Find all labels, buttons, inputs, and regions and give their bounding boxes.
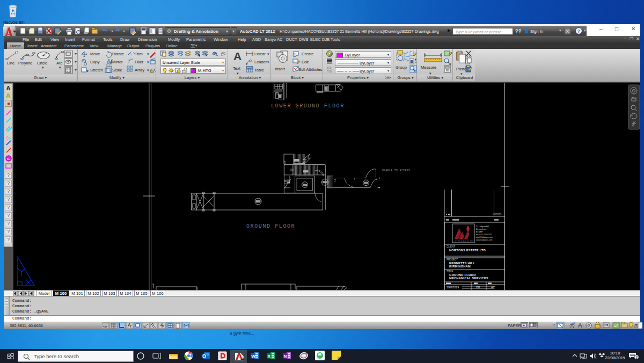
svg-text:BIRMINGHAM: BIRMINGHAM (449, 265, 471, 268)
svg-text:tel 0121 233 4733: tel 0121 233 4733 (476, 234, 492, 236)
svg-text:29/8/2019: 29/8/2019 (447, 286, 459, 289)
svg-text:Birmingham: Birmingham (476, 228, 486, 230)
svg-text:PROJECT: PROJECT (447, 258, 458, 261)
svg-text:X: X (268, 354, 271, 359)
svg-text:CLIENT: CLIENT (447, 245, 455, 248)
svg-text:SU: SU (7, 157, 11, 161)
svg-text:info@halligans.com: info@halligans.com (476, 236, 493, 238)
svg-text:TITLE: TITLE (447, 270, 453, 273)
svg-text:N: N (284, 354, 287, 359)
svg-text:DB: DB (476, 286, 480, 289)
svg-text:www.halligans.com: www.halligans.com (476, 239, 493, 241)
svg-text:B3 1EH: B3 1EH (476, 231, 483, 233)
svg-text:000000: 000000 (493, 213, 502, 216)
svg-text:UNABLE TO ACCESS: UNABLE TO ACCESS (382, 169, 410, 172)
svg-text:W: W (251, 354, 255, 359)
svg-text:2: 2 (635, 355, 638, 359)
svg-text:8: 8 (411, 59, 413, 64)
svg-text:HALLIGAN: HALLIGAN (455, 239, 475, 242)
svg-text:GROUND FLOOR: GROUND FLOOR (246, 223, 295, 229)
svg-text:HORTONS ESTATE LTD: HORTONS ESTATE LTD (449, 249, 486, 252)
svg-text:AC: AC (491, 286, 495, 289)
svg-text:MECHANICAL SERVICES: MECHANICAL SERVICES (449, 277, 488, 280)
svg-text:32 Ludgate Hill: 32 Ludgate Hill (476, 226, 489, 228)
svg-text:LOWER GROUND FLOOR: LOWER GROUND FLOOR (271, 103, 345, 109)
